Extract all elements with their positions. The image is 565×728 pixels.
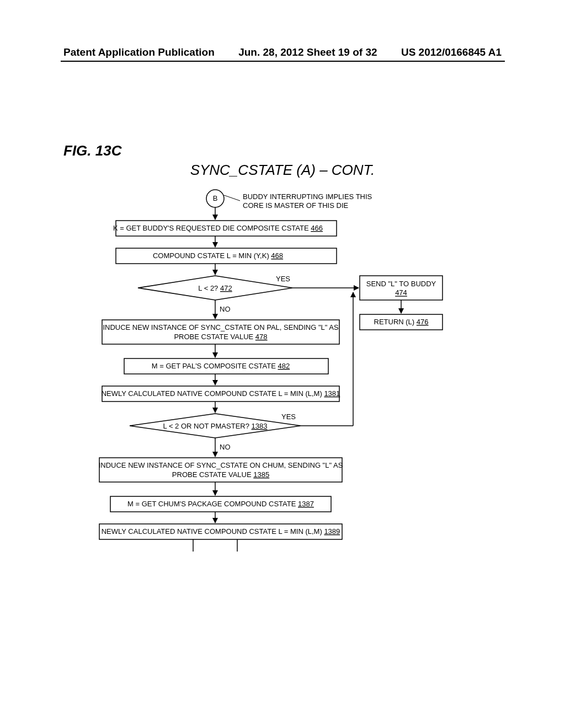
box-1381-text: NEWLY CALCULATED NATIVE COMPOUND CSTATE … (102, 389, 340, 398)
no-472: NO (220, 305, 231, 313)
page-header: Patent Application Publication Jun. 28, … (0, 46, 565, 58)
no-1383: NO (220, 443, 231, 451)
box-476-text: RETURN (L) 476 (374, 318, 429, 326)
box-1385-text1: INDUCE NEW INSTANCE OF SYNC_CSTATE ON CH… (99, 461, 343, 469)
figure-title: SYNC_CSTATE (A) – CONT. (0, 162, 565, 179)
decision-1383-text: L < 2 OR NOT PMASTER? 1383 (163, 422, 268, 430)
box-466-text: K = GET BUDDY'S REQUESTED DIE COMPOSITE … (113, 224, 323, 232)
decision-472-text: L < 2? 472 (198, 284, 232, 292)
figure-label: FIG. 13C (63, 142, 121, 159)
page: Patent Application Publication Jun. 28, … (0, 0, 565, 728)
box-1385-text2: PROBE CSTATE VALUE 1385 (172, 470, 269, 479)
box-1389-text: NEWLY CALCULATED NATIVE COMPOUND CSTATE … (102, 527, 340, 536)
box-474-text: SEND "L" TO BUDDY (366, 280, 436, 288)
connector-note1: BUDDY INTERRUPTING IMPLIES THIS (243, 192, 372, 201)
header-left: Patent Application Publication (63, 46, 215, 58)
yes-1383: YES (281, 413, 296, 421)
box-1387-text: M = GET CHUM'S PACKAGE COMPOUND CSTATE 1… (127, 500, 314, 508)
box-478-text1: INDUCE NEW INSTANCE OF SYNC_CSTATE ON PA… (103, 323, 339, 331)
header-rule (61, 61, 505, 62)
connector-b-label: B (213, 194, 218, 202)
box-482-text: M = GET PAL'S COMPOSITE CSTATE 482 (152, 362, 290, 370)
connector-note2: CORE IS MASTER OF THIS DIE (243, 201, 349, 210)
flowchart: B BUDDY INTERRUPTING IMPLIES THIS CORE I… (0, 188, 565, 645)
header-center: Jun. 28, 2012 Sheet 19 of 32 (238, 46, 377, 58)
box-478-text2: PROBE CSTATE VALUE 478 (174, 333, 267, 341)
box-468-text: COMPOUND CSTATE L = MIN (Y,K) 468 (153, 251, 283, 260)
box-474-ref: 474 (395, 288, 407, 297)
svg-line-0 (224, 195, 240, 201)
header-right: US 2012/0166845 A1 (401, 46, 502, 58)
yes-472: YES (276, 275, 290, 283)
